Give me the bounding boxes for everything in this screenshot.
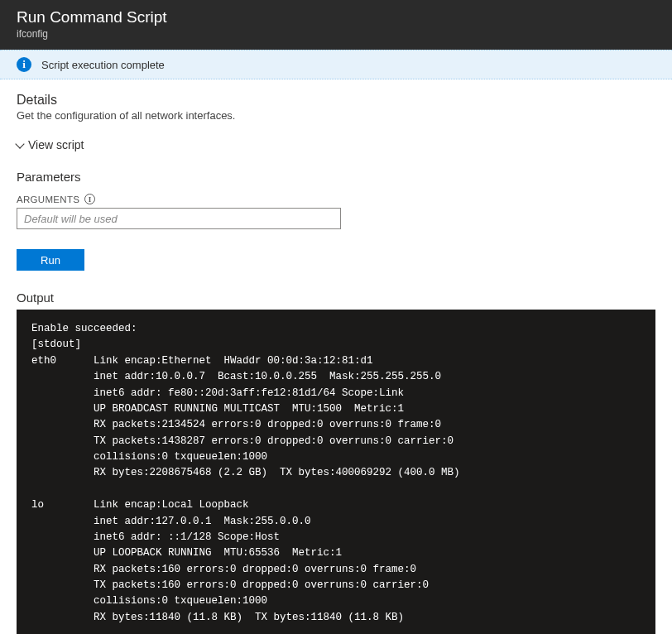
details-heading: Details — [17, 93, 655, 108]
run-button[interactable]: Run — [17, 249, 84, 271]
status-text: Script execution complete — [41, 59, 165, 71]
output-terminal[interactable]: Enable succeeded: [stdout] eth0 Link enc… — [17, 310, 655, 634]
output-heading: Output — [17, 291, 655, 305]
chevron-down-icon — [15, 139, 24, 148]
info-icon: i — [17, 57, 31, 72]
tooltip-info-icon[interactable]: i — [84, 194, 95, 204]
main-content: Details Get the configuration of all net… — [0, 79, 672, 634]
arguments-label-row: ARGUMENTS i — [17, 194, 655, 204]
page-subtitle: ifconfig — [17, 28, 655, 40]
view-script-label: View script — [28, 138, 84, 151]
parameters-heading: Parameters — [17, 170, 655, 184]
details-description: Get the configuration of all network int… — [17, 109, 655, 122]
view-script-expander[interactable]: View script — [17, 138, 655, 151]
blade-header: Run Command Script ifconfig — [0, 0, 672, 50]
arguments-input[interactable] — [17, 208, 341, 229]
status-banner: i Script execution complete — [0, 50, 672, 79]
arguments-label: ARGUMENTS — [17, 195, 79, 204]
page-title: Run Command Script — [17, 8, 655, 26]
